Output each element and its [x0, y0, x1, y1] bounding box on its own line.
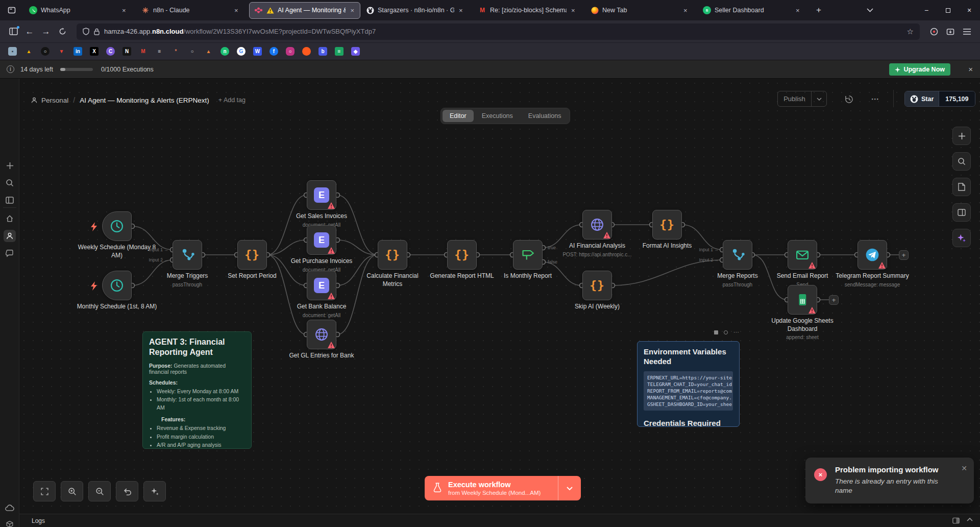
x-bookmark-icon[interactable]: X	[90, 47, 99, 56]
bookmark-star-icon[interactable]: ☆	[907, 27, 914, 36]
search-icon[interactable]	[4, 177, 16, 189]
tab-close-icon[interactable]: ×	[682, 7, 689, 14]
node-telegram-report-summary[interactable]: Telegram Report SummarysendMessage: mess…	[857, 240, 887, 270]
layout-button[interactable]	[952, 203, 971, 222]
execute-dropdown-icon[interactable]	[558, 476, 581, 500]
node-get-gl-entries[interactable]: Get GL Entries for Bank	[307, 320, 336, 349]
cone-bookmark-icon[interactable]: ▲	[204, 47, 213, 56]
tab-github-stargazers[interactable]: Stargazers · n8n-io/n8n · Git ×	[361, 2, 473, 18]
tidy-up-wand-button[interactable]	[143, 481, 166, 501]
history-icon[interactable]	[844, 94, 854, 104]
node-weekly-schedule[interactable]: Weekly Schedule (Monday 8 AM)	[102, 211, 132, 241]
logs-panel-header[interactable]: Logs	[19, 514, 980, 527]
purple-app-bookmark-icon[interactable]: ◆	[351, 47, 360, 56]
templates-icon[interactable]	[4, 518, 16, 527]
menu-icon[interactable]	[959, 24, 975, 39]
tab-evaluations[interactable]: Evaluations	[521, 110, 569, 122]
node-monthly-schedule[interactable]: Monthly Schedule (1st, 8 AM)	[102, 271, 132, 300]
node-calculate-financial-metrics[interactable]: {} Calculate Financial Metrics	[378, 240, 407, 270]
project-name[interactable]: Personal	[41, 97, 68, 104]
upgrade-now-button[interactable]: Upgrade Now	[889, 63, 950, 76]
sticky-note-env-vars[interactable]: Environment Variables Needed ERPNEXT_URL…	[637, 341, 740, 427]
personal-project-icon[interactable]	[4, 230, 16, 242]
zoom-in-button[interactable]	[61, 481, 83, 501]
back-button[interactable]: ←	[21, 24, 38, 39]
google-maps-bookmark-icon[interactable]: ▼	[57, 47, 66, 56]
node-format-ai-insights[interactable]: {} Format AI Insights	[652, 210, 682, 239]
gmail-bookmark-icon[interactable]: M	[139, 47, 148, 56]
bluesky-bookmark-icon[interactable]: b	[318, 47, 327, 56]
maximize-button[interactable]	[937, 0, 959, 20]
sticky-edit-icon[interactable]	[724, 330, 728, 334]
new-tab-button[interactable]: +	[810, 3, 827, 18]
tab-n8n-claude[interactable]: n8n - Claude ×	[137, 2, 248, 18]
tab-executions[interactable]: Executions	[475, 110, 520, 122]
n8n-cloud-bookmark-icon[interactable]: n	[220, 47, 229, 56]
list-all-tabs-icon[interactable]	[861, 3, 878, 18]
stack-bookmark-icon[interactable]: ≡	[155, 47, 164, 56]
chat-icon[interactable]	[4, 247, 16, 259]
more-options-icon[interactable]: ⋯	[869, 95, 881, 103]
node-get-bank-balance[interactable]: E Get Bank Balancedocument: getAll	[307, 271, 336, 300]
node-get-purchase-invoices[interactable]: E Get Purchase Invoicesdocument: getAll	[307, 225, 336, 255]
instagram-bookmark-icon[interactable]: ○	[286, 47, 295, 56]
node-merge-triggers[interactable]: Input 1 Input 2 Merge TriggerspassThroug…	[173, 240, 202, 270]
forward-button[interactable]: →	[38, 24, 54, 39]
google-drive-bookmark-icon[interactable]: ▲	[24, 47, 33, 56]
node-update-google-sheets[interactable]: Update Google Sheets Dashboardappend: sh…	[788, 285, 817, 315]
tab-close-icon[interactable]: ×	[458, 7, 464, 14]
tab-ai-agent-active[interactable]: AI Agent — Monitoring & ×	[249, 2, 360, 19]
tab-seller-dashboard[interactable]: fi Seller Dashboard ×	[698, 2, 810, 18]
add-workflow-icon[interactable]	[4, 159, 16, 172]
home-icon[interactable]	[4, 212, 16, 225]
add-tag-button[interactable]: + Add tag	[218, 97, 246, 104]
claude-app-bookmark-icon[interactable]: C	[106, 47, 115, 56]
wordpress-bookmark-icon[interactable]: W	[253, 47, 262, 56]
publish-button[interactable]: Publish	[777, 91, 827, 107]
url-bar[interactable]: hamza-426.app.n8n.cloud/workflow/2W13S36…	[77, 23, 920, 40]
tab-close-icon[interactable]: ×	[349, 7, 355, 14]
sphere-bookmark-icon[interactable]: ○	[188, 47, 197, 56]
google-bookmark-icon[interactable]: G	[237, 47, 246, 56]
zoom-out-button[interactable]	[88, 481, 111, 501]
workflow-title[interactable]: AI Agent — Monitoring & Alerts (ERPNext)	[80, 97, 209, 104]
add-connection-button[interactable]: +	[899, 250, 909, 260]
reload-button[interactable]	[54, 24, 70, 39]
sidebar-toggle-icon[interactable]	[5, 24, 21, 39]
linkedin-bookmark-icon[interactable]: in	[74, 47, 82, 56]
fit-view-button[interactable]	[33, 481, 56, 501]
minimize-button[interactable]: −	[916, 0, 937, 20]
publish-dropdown-icon[interactable]	[811, 91, 826, 106]
execute-workflow-button[interactable]: Execute workflow from Weekly Schedule (M…	[425, 476, 581, 500]
node-ai-financial-analysis[interactable]: AI Financial AnalysisPOST: https://api.a…	[582, 210, 612, 239]
claude-star-bookmark-icon[interactable]: *	[172, 47, 180, 56]
cloud-icon[interactable]	[4, 501, 16, 514]
tab-new-tab[interactable]: New Tab ×	[586, 2, 697, 18]
firefox-view-icon[interactable]	[4, 3, 19, 17]
sticky-color-icon[interactable]	[714, 330, 718, 334]
node-set-report-period[interactable]: {} Set Report Period	[237, 240, 267, 270]
close-window-button[interactable]: ×	[959, 0, 980, 20]
tab-whatsapp[interactable]: WhatsApp ×	[24, 2, 136, 18]
node-send-email-report[interactable]: Send Email ReportSend	[788, 240, 817, 270]
toast-close-icon[interactable]: ✕	[961, 464, 967, 472]
ai-assistant-button[interactable]	[952, 229, 971, 247]
save-page-icon[interactable]	[942, 24, 959, 39]
add-connection-button[interactable]: +	[829, 295, 839, 305]
add-node-button[interactable]	[952, 127, 971, 145]
tab-close-icon[interactable]: ×	[121, 7, 127, 14]
sheets-bookmark-icon[interactable]: ≡	[335, 47, 344, 56]
github-star-widget[interactable]: Star 175,109	[904, 91, 975, 107]
notion-bookmark-icon[interactable]: N	[122, 47, 131, 56]
tab-close-icon[interactable]: ×	[233, 7, 239, 14]
tab-editor[interactable]: Editor	[443, 110, 474, 122]
tab-gmail-zio[interactable]: M Re: [zio/zio-blocks] Schema ×	[474, 2, 585, 18]
orange-app-bookmark-icon[interactable]	[302, 47, 311, 56]
node-generate-report-html[interactable]: {} Generate Report HTML	[447, 240, 477, 270]
lens-bookmark-icon[interactable]: ○	[41, 47, 50, 56]
tab-close-icon[interactable]: ×	[570, 7, 576, 14]
facebook-bookmark-icon[interactable]: f	[270, 47, 278, 56]
banner-close-icon[interactable]: ×	[968, 65, 973, 74]
node-is-monthly-report[interactable]: true false Is Monthly Report	[513, 240, 543, 270]
expand-logs-icon[interactable]	[967, 517, 973, 521]
